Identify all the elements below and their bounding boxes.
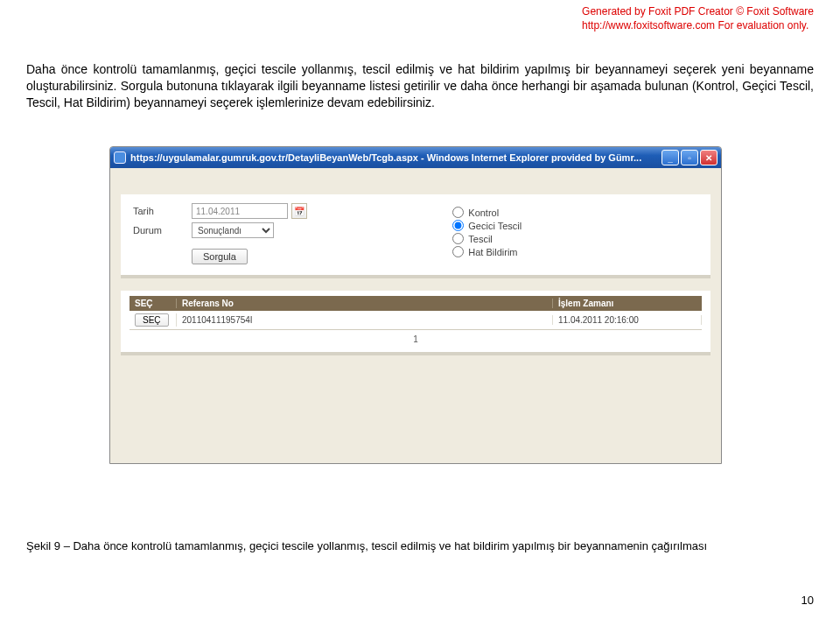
window-controls: _ ▫ ✕ — [662, 150, 718, 165]
cell-ref: 20110411195754I — [177, 315, 553, 325]
figure-caption: Şekil 9 – Daha önce kontrolü tamamlanmış… — [26, 539, 814, 552]
durum-label: Durum — [133, 225, 192, 236]
ie-icon — [114, 151, 126, 164]
tarih-label: Tarih — [133, 206, 192, 216]
header-sec: SEÇ — [130, 299, 177, 308]
watermark-line2: http://www.foxitsoftware.com For evaluat… — [582, 19, 814, 33]
grid-row: SEÇ 20110411195754I 11.04.2011 20:16:00 — [130, 311, 702, 330]
watermark-url[interactable]: http://www.foxitsoftware.com — [582, 19, 715, 32]
content-area: Tarih 📅 Durum Sonuçlandı Sorgula Kontrol — [110, 168, 721, 463]
header-ref: Referans No — [177, 299, 553, 308]
sec-button[interactable]: SEÇ — [135, 313, 169, 327]
calendar-icon[interactable]: 📅 — [291, 203, 307, 219]
radio-tescil[interactable]: Tescil — [452, 233, 698, 244]
header-time: İşlem Zamanı — [553, 299, 702, 308]
minimize-button[interactable]: _ — [662, 150, 679, 165]
page-number: 10 — [802, 594, 814, 607]
radio-kontrol[interactable]: Kontrol — [452, 207, 698, 218]
watermark-line1: Generated by Foxit PDF Creator © Foxit S… — [582, 5, 814, 19]
browser-window: https://uygulamalar.gumruk.gov.tr/Detayl… — [109, 146, 722, 464]
cell-time: 11.04.2011 20:16:00 — [553, 315, 702, 325]
radio-gecici-tescil[interactable]: Gecici Tescil — [452, 220, 698, 231]
pdf-watermark: Generated by Foxit PDF Creator © Foxit S… — [582, 5, 814, 32]
radio-hat-label: Hat Bildirim — [468, 247, 517, 257]
pager: 1 — [130, 330, 702, 348]
window-title: https://uygulamalar.gumruk.gov.tr/Detayl… — [130, 152, 662, 163]
durum-select[interactable]: Sonuçlandı — [192, 222, 274, 238]
tarih-input[interactable] — [192, 203, 288, 219]
radio-gecici-label: Gecici Tescil — [468, 221, 522, 231]
radio-hat-bildirim[interactable]: Hat Bildirim — [452, 246, 698, 257]
maximize-button[interactable]: ▫ — [681, 150, 698, 165]
body-paragraph: Daha önce kontrolü tamamlanmış, geçici t… — [26, 61, 814, 111]
results-panel: SEÇ Referans No İşlem Zamanı SEÇ 2011041… — [121, 291, 710, 355]
radio-kontrol-label: Kontrol — [468, 208, 499, 218]
watermark-eval: For evaluation only. — [715, 19, 808, 32]
form-panel: Tarih 📅 Durum Sonuçlandı Sorgula Kontrol — [121, 194, 710, 278]
title-bar: https://uygulamalar.gumruk.gov.tr/Detayl… — [110, 147, 721, 168]
grid-header: SEÇ Referans No İşlem Zamanı — [130, 296, 702, 311]
radio-tescil-label: Tescil — [468, 234, 493, 244]
close-button[interactable]: ✕ — [700, 150, 718, 165]
sorgula-button[interactable]: Sorgula — [192, 249, 248, 264]
